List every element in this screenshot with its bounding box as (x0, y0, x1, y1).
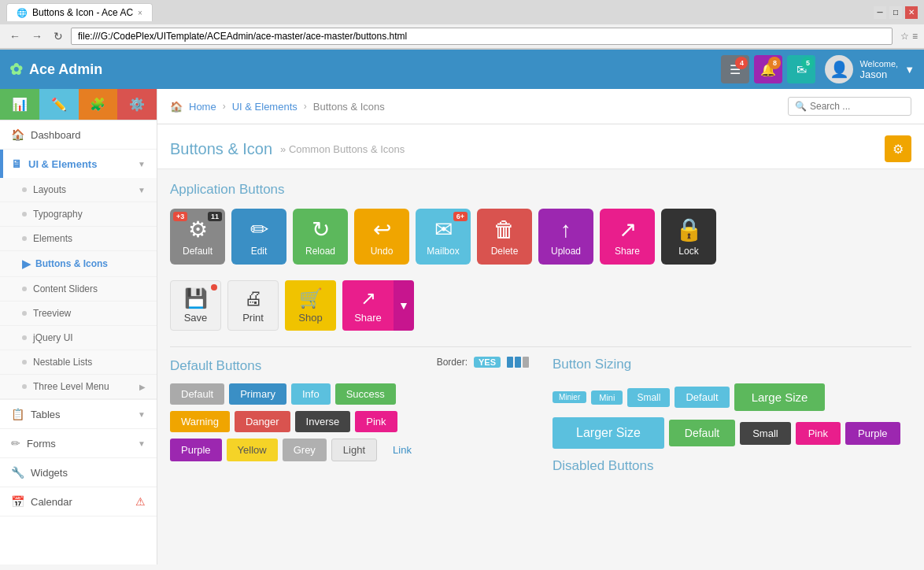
button-sizing-section: Button Sizing Minier Mini Small Default … (553, 357, 911, 474)
forward-button[interactable]: → (28, 28, 46, 44)
size-btn-pink-lg[interactable]: Pink (796, 422, 841, 445)
app-buttons-grid: +3 11 ⚙ Default ✏ Edit ↻ Reload (170, 209, 911, 265)
close-button[interactable]: ✕ (905, 6, 918, 19)
size-btn-small[interactable]: Small (627, 388, 670, 407)
browser-chrome: 🌐 Buttons & Icon - Ace AC × ─ □ ✕ ← → ↻ … (0, 0, 924, 50)
btn-link[interactable]: Link (382, 439, 423, 461)
btn-light[interactable]: Light (331, 439, 377, 461)
breadcrumb-home[interactable]: Home (189, 101, 216, 113)
submenu-item-three-level-menu[interactable]: Three Level Menu ▶ (0, 375, 157, 399)
refresh-button[interactable]: ↻ (50, 28, 66, 44)
app-btn-reload[interactable]: ↻ Reload (293, 209, 348, 265)
submenu-item-jquery-ui[interactable]: jQuery UI (0, 326, 157, 350)
btn-warning[interactable]: Warning (170, 411, 230, 432)
btn-purple[interactable]: Purple (170, 439, 222, 461)
user-area[interactable]: 👤 Welcome, Jason ▼ (825, 55, 915, 83)
sidebar-icon-share[interactable]: ⚙️ (117, 89, 157, 120)
btn-grey[interactable]: Grey (283, 439, 327, 461)
close-tab-button[interactable]: × (138, 9, 142, 17)
btn-success[interactable]: Success (335, 383, 396, 405)
settings-button[interactable]: ⚙ (885, 135, 911, 162)
submenu-item-layouts[interactable]: Layouts ▼ (0, 178, 157, 202)
size-btn-larger[interactable]: Larger Size (553, 417, 664, 449)
size-btn-large[interactable]: Large Size (734, 383, 826, 411)
three-level-menu-label: Three Level Menu (33, 381, 109, 392)
maximize-button[interactable]: □ (889, 6, 902, 19)
save-icon: 💾 (184, 287, 208, 309)
typography-label: Typography (33, 209, 83, 220)
messages-button[interactable]: ✉ 5 (787, 55, 815, 83)
btn-yellow[interactable]: Yellow (227, 439, 278, 461)
btn-lock-label: Lock (678, 246, 698, 257)
btn-default[interactable]: Default (170, 383, 224, 405)
submenu-item-treeview[interactable]: Treeview (0, 302, 157, 326)
breadcrumb-parent[interactable]: UI & Elements (232, 101, 298, 113)
notifications-button[interactable]: 🔔 8 (754, 55, 782, 83)
sidebar-icon-puzzle[interactable]: 🧩 (79, 89, 118, 120)
sidebar-item-calendar[interactable]: 📅 Calendar ⚠ (0, 487, 157, 516)
btn-danger[interactable]: Danger (235, 411, 290, 432)
app-btn-delete[interactable]: 🗑 Delete (477, 209, 532, 265)
sidebar-icon-edit[interactable]: ✏️ (39, 89, 79, 120)
menu-icon[interactable]: ≡ (912, 31, 918, 42)
calendar-label: Calendar (31, 496, 72, 508)
back-button[interactable]: ← (6, 28, 24, 44)
gear-icon: ⚙ (188, 217, 208, 242)
app-btn-share-small[interactable]: ↗ Share (342, 280, 394, 331)
nav-toggle-button[interactable]: ☰ 4 (721, 55, 749, 83)
size-btn-minier[interactable]: Minier (553, 391, 586, 403)
size-btn-mini[interactable]: Mini (591, 390, 623, 405)
size-btn-default[interactable]: Default (675, 387, 729, 408)
submenu-item-content-sliders[interactable]: Content Sliders (0, 277, 157, 302)
app-btn-undo[interactable]: ↩ Undo (354, 209, 409, 265)
tab-title: Buttons & Icon - Ace AC (32, 7, 133, 18)
toggle-icon[interactable] (507, 357, 529, 368)
bookmark-icon[interactable]: ☆ (900, 31, 909, 42)
submenu-item-buttons-icons[interactable]: ▶ Buttons & Icons (0, 251, 157, 277)
btn-primary[interactable]: Primary (229, 383, 286, 405)
app-btn-edit[interactable]: ✏ Edit (231, 209, 286, 265)
app-btn-save[interactable]: 💾 Save (170, 280, 221, 331)
submenu-item-nestable-lists[interactable]: Nestable Lists (0, 350, 157, 375)
share-dropdown-button[interactable]: ▼ (394, 280, 414, 331)
notification-badge: 8 (768, 57, 781, 69)
app-btn-shop[interactable]: 🛒 Shop (285, 280, 336, 331)
size-btn-purple-lg[interactable]: Purple (845, 422, 900, 445)
size-btn-small-lg[interactable]: Small (740, 422, 791, 445)
btn-pink[interactable]: Pink (355, 411, 397, 432)
breadcrumb-sep2: › (304, 101, 307, 112)
undo-icon: ↩ (373, 217, 391, 242)
content-area: 🏠 Home › UI & Elements › Buttons & Icons… (157, 89, 924, 564)
submenu-item-typography[interactable]: Typography (0, 202, 157, 227)
breadcrumb-sep1: › (223, 101, 226, 112)
sidebar-item-tables[interactable]: 📋 Tables ▼ (0, 400, 157, 429)
edit-icon: ✏ (250, 217, 268, 242)
app-btn-lock[interactable]: 🔒 Lock (661, 209, 716, 265)
app-btn-default[interactable]: +3 11 ⚙ Default (170, 209, 225, 265)
minimize-button[interactable]: ─ (874, 6, 886, 19)
sidebar-icon-stats[interactable]: 📊 (0, 89, 39, 120)
btn-inverse[interactable]: Inverse (295, 411, 351, 432)
app-btn-upload[interactable]: ↑ Upload (538, 209, 593, 265)
sizing-row2: Larger Size Default Small Pink Purple (553, 417, 911, 449)
search-icon: 🔍 (795, 101, 807, 112)
app-btn-share[interactable]: ↗ Share (600, 209, 655, 265)
address-bar[interactable] (71, 28, 893, 45)
border-yes-badge: YES (474, 357, 501, 368)
search-input[interactable] (810, 101, 904, 112)
sidebar-item-forms[interactable]: ✏ Forms ▼ (0, 429, 157, 458)
sidebar-item-ui-elements[interactable]: 🖥 UI & Elements ▼ Layouts ▼ (0, 150, 157, 400)
submenu-item-elements[interactable]: Elements (0, 227, 157, 251)
sidebar-item-dashboard[interactable]: 🏠 Dashboard (0, 120, 157, 150)
widgets-icon: 🔧 (11, 466, 24, 479)
browser-tab[interactable]: 🌐 Buttons & Icon - Ace AC × (6, 3, 153, 21)
sidebar-item-widgets[interactable]: 🔧 Widgets (0, 458, 157, 487)
size-btn-default-lg[interactable]: Default (669, 420, 735, 446)
red-dot-icon (211, 284, 217, 291)
dot-icon (22, 287, 27, 291)
message-badge: 5 (801, 57, 814, 69)
app-container: ✿ Ace Admin ☰ 4 🔔 8 ✉ 5 👤 Welcome, Jason (0, 50, 924, 564)
app-btn-print[interactable]: 🖨 Print (227, 280, 279, 331)
app-btn-mailbox[interactable]: 6+ ✉ Mailbox (416, 209, 471, 265)
btn-info[interactable]: Info (291, 383, 331, 405)
